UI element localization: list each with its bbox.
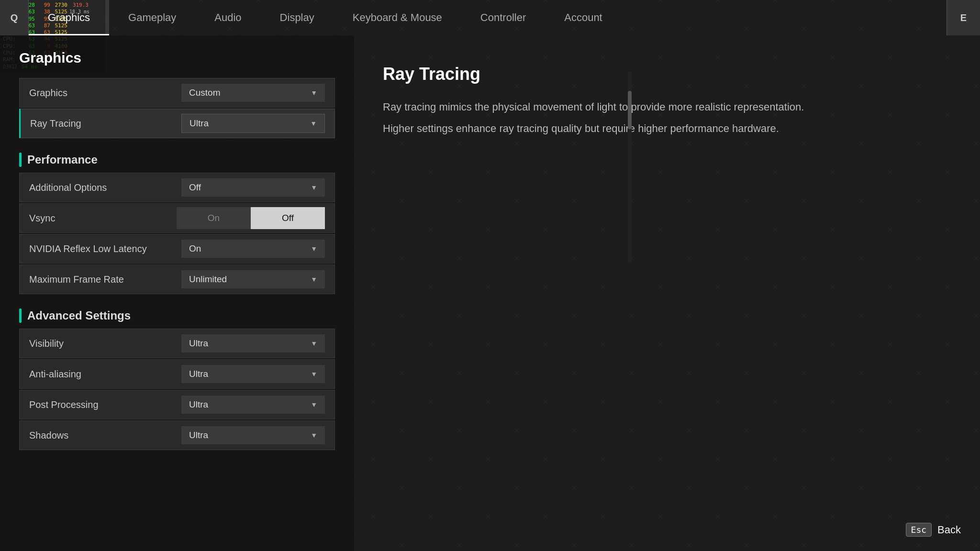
tab-controller[interactable]: Controller [461,0,545,35]
anti-aliasing-label: Anti-aliasing [29,369,172,380]
q-icon-button[interactable]: Q [0,0,29,35]
graphics-dropdown-value: Custom [189,88,220,98]
vsync-on-button[interactable]: On [177,207,251,229]
nvidia-reflex-arrow: ▼ [311,245,317,253]
info-panel-description-1: Ray tracing mimics the physical movement… [383,99,951,115]
vsync-label: Vsync [29,213,172,224]
visibility-dropdown[interactable]: Ultra ▼ [181,334,325,353]
performance-section-bar [19,153,22,167]
post-processing-dropdown[interactable]: Ultra ▼ [181,396,325,414]
tab-keyboard-mouse-label: Keyboard & Mouse [353,11,442,24]
performance-section-header: Performance [19,153,335,167]
visibility-row: Visibility Ultra ▼ [19,329,335,358]
visibility-value: Ultra ▼ [172,334,325,353]
tab-display-label: Display [280,11,314,24]
nvidia-reflex-row: NVIDIA Reflex Low Latency On ▼ [19,234,335,264]
tab-graphics-label: Graphics [48,11,90,24]
additional-options-value: Off ▼ [172,178,325,197]
tab-audio[interactable]: Audio [195,0,260,35]
tab-controller-label: Controller [480,11,526,24]
graphics-setting-row: Graphics Custom ▼ [19,78,335,108]
post-processing-row: Post Processing Ultra ▼ [19,390,335,419]
graphics-setting-value: Custom ▼ [172,84,325,102]
page-title: Graphics [19,50,335,66]
post-processing-arrow: ▼ [311,401,317,408]
performance-section-title: Performance [27,153,98,166]
vsync-value: On Off [172,207,325,229]
tab-display[interactable]: Display [261,0,334,35]
additional-options-row: Additional Options Off ▼ [19,173,335,202]
ray-tracing-dropdown-value: Ultra [189,118,209,129]
post-processing-value: Ultra ▼ [172,396,325,414]
max-frame-rate-dropdown-value: Unlimited [189,274,227,285]
e-icon-button[interactable]: E [947,0,980,35]
nvidia-reflex-value: On ▼ [172,240,325,258]
back-label: Back [937,524,961,536]
anti-aliasing-dropdown[interactable]: Ultra ▼ [181,365,325,383]
tab-account[interactable]: Account [545,0,622,35]
additional-options-arrow: ▼ [311,184,317,191]
advanced-section-header: Advanced Settings [19,309,335,323]
max-frame-rate-label: Maximum Frame Rate [29,274,172,285]
tab-account-label: Account [564,11,602,24]
tab-audio-label: Audio [214,11,241,24]
visibility-dropdown-value: Ultra [189,338,208,349]
shadows-label: Shadows [29,430,172,441]
nvidia-reflex-label: NVIDIA Reflex Low Latency [29,243,172,254]
post-processing-label: Post Processing [29,399,172,410]
anti-aliasing-row: Anti-aliasing Ultra ▼ [19,359,335,389]
info-panel-title: Ray Tracing [383,64,951,84]
ray-tracing-dropdown-arrow: ▼ [310,120,317,127]
tab-keyboard-mouse[interactable]: Keyboard & Mouse [334,0,461,35]
info-panel-description-2: Higher settings enhance ray tracing qual… [383,120,951,137]
right-panel: Ray Tracing Ray tracing mimics the physi… [354,35,980,551]
ray-tracing-label: Ray Tracing [30,118,172,129]
advanced-section-title: Advanced Settings [27,309,131,322]
graphics-dropdown-arrow: ▼ [311,89,317,97]
shadows-row: Shadows Ultra ▼ [19,420,335,450]
max-frame-rate-dropdown[interactable]: Unlimited ▼ [181,270,325,288]
ray-tracing-dropdown[interactable]: Ultra ▼ [181,114,325,133]
additional-options-dropdown[interactable]: Off ▼ [181,178,325,197]
visibility-label: Visibility [29,338,172,349]
visibility-arrow: ▼ [311,340,317,347]
tab-graphics[interactable]: Graphics [29,0,109,35]
q-icon: Q [11,12,18,23]
max-frame-rate-arrow: ▼ [311,276,317,283]
max-frame-rate-row: Maximum Frame Rate Unlimited ▼ [19,264,335,294]
e-icon: E [960,12,967,23]
vsync-off-button[interactable]: Off [251,207,325,229]
shadows-value: Ultra ▼ [172,426,325,444]
max-frame-rate-value: Unlimited ▼ [172,270,325,288]
ray-tracing-setting-value: Ultra ▼ [172,114,325,133]
scroll-thumb[interactable] [628,91,632,129]
tab-gameplay[interactable]: Gameplay [109,0,195,35]
vsync-toggle-group: On Off [177,207,325,229]
esc-key-badge: Esc [906,523,932,537]
back-button[interactable]: Esc Back [906,523,961,537]
shadows-dropdown-value: Ultra [189,430,208,441]
vsync-row: Vsync On Off [19,203,335,233]
shadows-arrow: ▼ [311,431,317,439]
anti-aliasing-arrow: ▼ [311,370,317,378]
nvidia-reflex-dropdown-value: On [189,243,201,254]
nvidia-reflex-dropdown[interactable]: On ▼ [181,240,325,258]
graphics-setting-label: Graphics [29,88,172,99]
tab-gameplay-label: Gameplay [128,11,176,24]
nav-bar: Q Graphics Gameplay Audio Display Keyboa… [0,0,980,35]
additional-options-label: Additional Options [29,182,172,193]
ray-tracing-setting-row: Ray Tracing Ultra ▼ [19,109,335,138]
anti-aliasing-dropdown-value: Ultra [189,369,208,379]
main-content: Graphics Graphics Custom ▼ Ray Tracing U… [0,35,980,551]
left-panel: Graphics Graphics Custom ▼ Ray Tracing U… [0,35,354,551]
anti-aliasing-value: Ultra ▼ [172,365,325,383]
advanced-section-bar [19,309,22,323]
shadows-dropdown[interactable]: Ultra ▼ [181,426,325,444]
graphics-dropdown[interactable]: Custom ▼ [181,84,325,102]
additional-options-dropdown-value: Off [189,182,201,193]
post-processing-dropdown-value: Ultra [189,399,208,410]
